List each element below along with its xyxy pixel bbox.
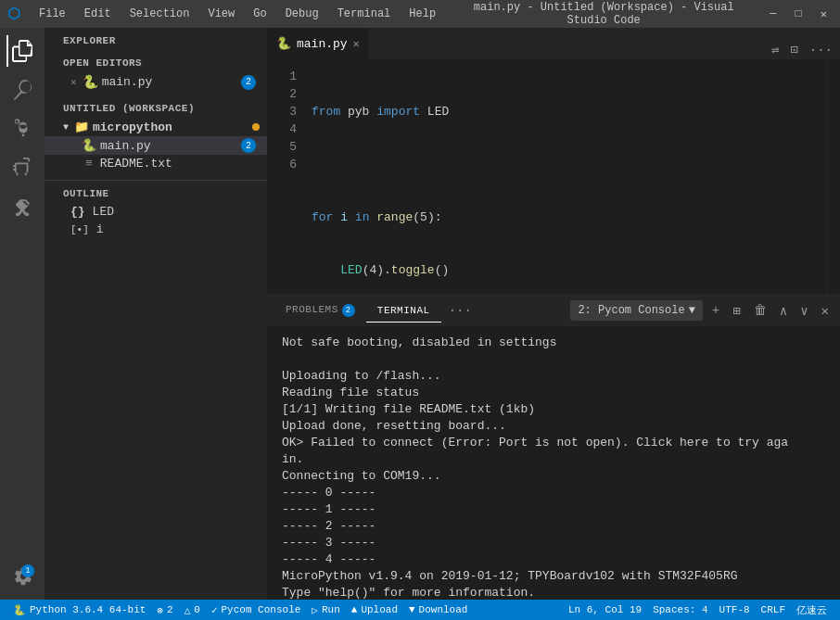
folder-name: micropython bbox=[93, 120, 248, 134]
status-download[interactable]: ▼ Download bbox=[403, 600, 473, 620]
download-icon: ▼ bbox=[409, 604, 415, 615]
menu-selection[interactable]: Selection bbox=[122, 6, 197, 22]
terminal-line-3: Uploading to /flash... bbox=[282, 368, 825, 385]
file-dirty-badge: 2 bbox=[241, 138, 256, 153]
workspace-header[interactable]: UNTITLED (WORKSPACE) bbox=[45, 95, 267, 118]
code-content[interactable]: from pyb import LED for i in range(5): L… bbox=[304, 60, 827, 294]
error-icon: ⊗ bbox=[157, 604, 163, 616]
file-readmetxt[interactable]: ≡ README.txt bbox=[45, 155, 267, 172]
menu-help[interactable]: Help bbox=[401, 6, 443, 22]
folder-dirty-dot bbox=[252, 123, 260, 131]
warning-count: 0 bbox=[194, 604, 200, 615]
terminal-collapse-icon[interactable]: ∧ bbox=[776, 301, 791, 321]
source-control-activity-icon[interactable] bbox=[6, 113, 38, 145]
terminal-expand-icon[interactable]: ∨ bbox=[796, 301, 811, 321]
check-icon: ✓ bbox=[211, 604, 218, 616]
terminal-line-9: Connecting to COM19... bbox=[282, 468, 825, 485]
tab-py-icon: 🐍 bbox=[276, 36, 291, 51]
window-controls: ─ □ ✕ bbox=[764, 6, 833, 23]
status-pycom[interactable]: ✓ Pycom Console bbox=[206, 600, 306, 620]
titlebar: ⬡ File Edit Selection View Go Debug Term… bbox=[0, 0, 840, 28]
status-spaces[interactable]: Spaces: 4 bbox=[647, 600, 713, 620]
run-label: Run bbox=[322, 604, 340, 615]
code-line-1: from pyb import LED bbox=[312, 103, 820, 120]
terminal-split-icon[interactable]: ⊞ bbox=[729, 301, 744, 321]
error-count: 2 bbox=[167, 604, 173, 615]
status-python[interactable]: 🐍 Python 3.6.4 64-bit bbox=[7, 600, 151, 620]
sidebar: EXPLORER OPEN EDITORS ✕ 🐍 main.py 2 UNTI… bbox=[45, 28, 267, 600]
window-title: main.py - Untitled (Workspace) - Visual … bbox=[454, 1, 753, 27]
menu-terminal[interactable]: Terminal bbox=[330, 6, 399, 22]
settings-activity-icon[interactable]: 1 bbox=[6, 561, 38, 592]
main-layout: 1 EXPLORER OPEN EDITORS ✕ 🐍 main.py 2 UN… bbox=[0, 28, 840, 600]
menu-view[interactable]: View bbox=[200, 6, 242, 22]
terminal-line-11: ----- 1 ----- bbox=[282, 501, 825, 518]
position-text: Ln 6, Col 19 bbox=[568, 604, 642, 615]
extensions-activity-icon[interactable] bbox=[6, 191, 38, 222]
terminal-line-1: Not safe booting, disabled in settings bbox=[282, 335, 825, 351]
terminal-line-10: ----- 0 ----- bbox=[282, 485, 825, 501]
spaces-text: Spaces: 4 bbox=[653, 604, 707, 615]
txt-icon: ≡ bbox=[85, 157, 93, 171]
status-position[interactable]: Ln 6, Col 19 bbox=[563, 600, 647, 620]
open-editor-filename: main.py bbox=[102, 75, 237, 89]
outline-item-i[interactable]: [•] i bbox=[45, 221, 267, 238]
menu-debug[interactable]: Debug bbox=[278, 6, 326, 22]
editor-badge: 2 bbox=[241, 75, 256, 90]
terminal-line-13: ----- 3 ----- bbox=[282, 535, 825, 551]
terminal-close-icon[interactable]: ✕ bbox=[818, 301, 833, 321]
minimize-button[interactable]: ─ bbox=[764, 6, 782, 23]
status-eol[interactable]: CRLF bbox=[756, 600, 791, 620]
tab-close-icon[interactable]: ✕ bbox=[353, 37, 360, 51]
menu-edit[interactable]: Edit bbox=[77, 6, 119, 22]
split-editor-icon[interactable]: ⇌ bbox=[768, 40, 783, 59]
terminal-body[interactable]: Not safe booting, disabled in settings U… bbox=[267, 327, 840, 600]
outline-header[interactable]: OUTLINE bbox=[45, 181, 267, 203]
outline-section: OUTLINE {} LED [•] i bbox=[45, 180, 267, 238]
outline-item-led[interactable]: {} LED bbox=[45, 203, 267, 221]
outline-i-name: i bbox=[96, 222, 104, 236]
folder-triangle-icon: ▼ bbox=[63, 122, 69, 133]
status-warnings[interactable]: △ 0 bbox=[179, 600, 206, 620]
menu-file[interactable]: File bbox=[32, 6, 73, 22]
terminal-more-icon[interactable]: ··· bbox=[441, 303, 479, 318]
maximize-button[interactable]: □ bbox=[790, 6, 808, 23]
warning-icon: △ bbox=[185, 604, 191, 616]
close-button[interactable]: ✕ bbox=[815, 6, 833, 23]
status-errors[interactable]: ⊗ 2 bbox=[151, 600, 178, 620]
folder-micropython[interactable]: ▼ 📁 micropython bbox=[45, 118, 267, 136]
terminal-add-icon[interactable]: + bbox=[708, 301, 723, 320]
file-mainpy[interactable]: 🐍 main.py 2 bbox=[45, 136, 267, 155]
eol-text: CRLF bbox=[761, 604, 785, 615]
tab-mainpy[interactable]: 🐍 main.py ✕ bbox=[267, 28, 370, 59]
tab-actions: ⇌ ⊡ ··· bbox=[768, 40, 840, 59]
console-dropdown-icon: ▼ bbox=[689, 304, 695, 317]
explorer-header[interactable]: EXPLORER bbox=[45, 28, 267, 50]
more-actions-icon[interactable]: ⊡ bbox=[786, 40, 801, 59]
code-editor[interactable]: 1 2 3 4 5 6 from pyb import LED for i in… bbox=[267, 60, 840, 294]
menu-go[interactable]: Go bbox=[246, 6, 274, 22]
status-encoding[interactable]: UTF-8 bbox=[714, 600, 756, 620]
status-run[interactable]: ▷ Run bbox=[306, 600, 345, 620]
open-editor-mainpy[interactable]: ✕ 🐍 main.py 2 bbox=[45, 72, 267, 92]
encoding-text: UTF-8 bbox=[719, 604, 750, 615]
console-selector[interactable]: 2: Pycom Console ▼ bbox=[570, 300, 702, 321]
explorer-activity-icon[interactable] bbox=[6, 35, 38, 67]
close-editor-icon[interactable]: ✕ bbox=[70, 76, 77, 88]
status-brand[interactable]: 亿速云 bbox=[791, 600, 833, 620]
tab-terminal[interactable]: TERMINAL bbox=[366, 299, 441, 323]
file-mainpy-name: main.py bbox=[100, 139, 237, 153]
tab-filename: main.py bbox=[297, 37, 348, 51]
status-upload[interactable]: ▲ Upload bbox=[346, 600, 403, 620]
tab-overflow-icon[interactable]: ··· bbox=[806, 41, 836, 59]
open-editors-header[interactable]: OPEN EDITORS bbox=[45, 50, 267, 72]
terminal-trash-icon[interactable]: 🗑 bbox=[750, 301, 770, 320]
py-file-icon: 🐍 bbox=[83, 74, 98, 90]
search-activity-icon[interactable] bbox=[6, 74, 38, 106]
tab-problems[interactable]: PROBLEMS2 bbox=[274, 298, 366, 323]
pycom-label: Pycom Console bbox=[222, 604, 301, 615]
folder-icon: 📁 bbox=[74, 120, 89, 134]
debug-activity-icon[interactable] bbox=[6, 152, 38, 183]
problems-badge: 2 bbox=[342, 304, 355, 317]
terminal-line-6: Upload done, resetting board... bbox=[282, 418, 825, 435]
